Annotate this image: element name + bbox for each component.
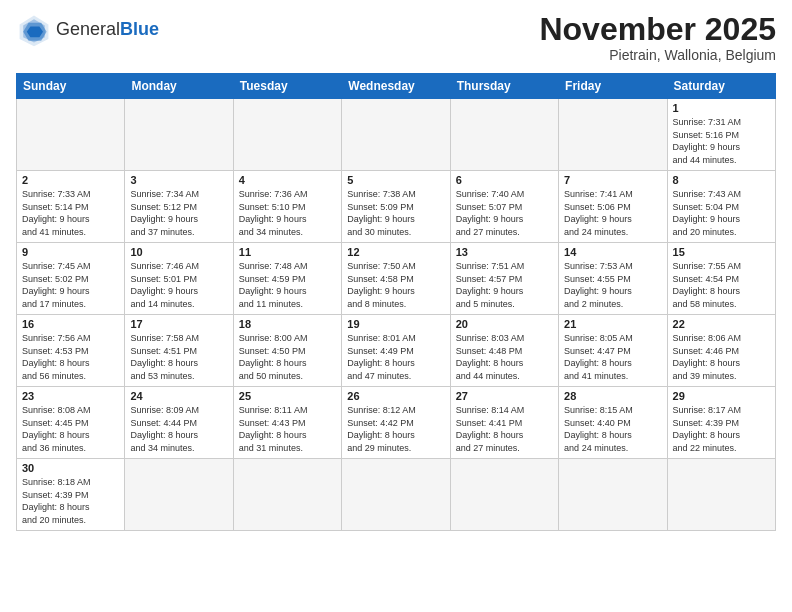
day-12: 12 Sunrise: 7:50 AMSunset: 4:58 PMDaylig… — [342, 243, 450, 315]
day-13: 13 Sunrise: 7:51 AMSunset: 4:57 PMDaylig… — [450, 243, 558, 315]
day-10: 10 Sunrise: 7:46 AMSunset: 5:01 PMDaylig… — [125, 243, 233, 315]
day-num-17: 17 — [130, 318, 227, 330]
day-info-4: Sunrise: 7:36 AMSunset: 5:10 PMDaylight:… — [239, 189, 308, 237]
header-friday: Friday — [559, 74, 667, 99]
day-info-3: Sunrise: 7:34 AMSunset: 5:12 PMDaylight:… — [130, 189, 199, 237]
week-row-1: 1 Sunrise: 7:31 AMSunset: 5:16 PMDayligh… — [17, 99, 776, 171]
day-num-13: 13 — [456, 246, 553, 258]
day-info-17: Sunrise: 7:58 AMSunset: 4:51 PMDaylight:… — [130, 333, 199, 381]
day-7: 7 Sunrise: 7:41 AMSunset: 5:06 PMDayligh… — [559, 171, 667, 243]
day-info-28: Sunrise: 8:15 AMSunset: 4:40 PMDaylight:… — [564, 405, 633, 453]
day-info-14: Sunrise: 7:53 AMSunset: 4:55 PMDaylight:… — [564, 261, 633, 309]
day-18: 18 Sunrise: 8:00 AMSunset: 4:50 PMDaylig… — [233, 315, 341, 387]
week-row-2: 2 Sunrise: 7:33 AMSunset: 5:14 PMDayligh… — [17, 171, 776, 243]
day-num-1: 1 — [673, 102, 770, 114]
empty-cell — [233, 99, 341, 171]
day-info-27: Sunrise: 8:14 AMSunset: 4:41 PMDaylight:… — [456, 405, 525, 453]
day-info-9: Sunrise: 7:45 AMSunset: 5:02 PMDaylight:… — [22, 261, 91, 309]
day-30: 30 Sunrise: 8:18 AMSunset: 4:39 PMDaylig… — [17, 459, 125, 530]
day-num-3: 3 — [130, 174, 227, 186]
header-thursday: Thursday — [450, 74, 558, 99]
day-num-24: 24 — [130, 390, 227, 402]
day-11: 11 Sunrise: 7:48 AMSunset: 4:59 PMDaylig… — [233, 243, 341, 315]
day-26: 26 Sunrise: 8:12 AMSunset: 4:42 PMDaylig… — [342, 387, 450, 459]
calendar: Sunday Monday Tuesday Wednesday Thursday… — [16, 73, 776, 530]
day-info-30: Sunrise: 8:18 AMSunset: 4:39 PMDaylight:… — [22, 477, 91, 525]
day-25: 25 Sunrise: 8:11 AMSunset: 4:43 PMDaylig… — [233, 387, 341, 459]
day-6: 6 Sunrise: 7:40 AMSunset: 5:07 PMDayligh… — [450, 171, 558, 243]
logo-blue: Blue — [120, 19, 159, 39]
day-info-7: Sunrise: 7:41 AMSunset: 5:06 PMDaylight:… — [564, 189, 633, 237]
day-info-15: Sunrise: 7:55 AMSunset: 4:54 PMDaylight:… — [673, 261, 742, 309]
weekday-header-row: Sunday Monday Tuesday Wednesday Thursday… — [17, 74, 776, 99]
day-14: 14 Sunrise: 7:53 AMSunset: 4:55 PMDaylig… — [559, 243, 667, 315]
week-row-5: 23 Sunrise: 8:08 AMSunset: 4:45 PMDaylig… — [17, 387, 776, 459]
day-num-4: 4 — [239, 174, 336, 186]
day-info-23: Sunrise: 8:08 AMSunset: 4:45 PMDaylight:… — [22, 405, 91, 453]
day-info-16: Sunrise: 7:56 AMSunset: 4:53 PMDaylight:… — [22, 333, 91, 381]
day-16: 16 Sunrise: 7:56 AMSunset: 4:53 PMDaylig… — [17, 315, 125, 387]
day-num-30: 30 — [22, 462, 119, 474]
day-num-28: 28 — [564, 390, 661, 402]
day-5: 5 Sunrise: 7:38 AMSunset: 5:09 PMDayligh… — [342, 171, 450, 243]
day-info-20: Sunrise: 8:03 AMSunset: 4:48 PMDaylight:… — [456, 333, 525, 381]
empty-cell — [450, 99, 558, 171]
day-num-19: 19 — [347, 318, 444, 330]
day-num-16: 16 — [22, 318, 119, 330]
day-9: 9 Sunrise: 7:45 AMSunset: 5:02 PMDayligh… — [17, 243, 125, 315]
day-info-13: Sunrise: 7:51 AMSunset: 4:57 PMDaylight:… — [456, 261, 525, 309]
month-title: November 2025 — [539, 12, 776, 47]
day-23: 23 Sunrise: 8:08 AMSunset: 4:45 PMDaylig… — [17, 387, 125, 459]
day-22: 22 Sunrise: 8:06 AMSunset: 4:46 PMDaylig… — [667, 315, 775, 387]
day-info-22: Sunrise: 8:06 AMSunset: 4:46 PMDaylight:… — [673, 333, 742, 381]
day-info-6: Sunrise: 7:40 AMSunset: 5:07 PMDaylight:… — [456, 189, 525, 237]
day-8: 8 Sunrise: 7:43 AMSunset: 5:04 PMDayligh… — [667, 171, 775, 243]
empty-cell — [559, 459, 667, 530]
empty-cell — [17, 99, 125, 171]
logo-text: GeneralBlue — [56, 20, 159, 40]
day-num-6: 6 — [456, 174, 553, 186]
day-info-24: Sunrise: 8:09 AMSunset: 4:44 PMDaylight:… — [130, 405, 199, 453]
day-info-21: Sunrise: 8:05 AMSunset: 4:47 PMDaylight:… — [564, 333, 633, 381]
header: GeneralBlue November 2025 Pietrain, Wall… — [16, 12, 776, 63]
day-num-2: 2 — [22, 174, 119, 186]
week-row-6: 30 Sunrise: 8:18 AMSunset: 4:39 PMDaylig… — [17, 459, 776, 530]
day-num-18: 18 — [239, 318, 336, 330]
day-num-9: 9 — [22, 246, 119, 258]
day-num-8: 8 — [673, 174, 770, 186]
day-num-12: 12 — [347, 246, 444, 258]
logo-general: General — [56, 19, 120, 39]
empty-cell — [125, 459, 233, 530]
empty-cell — [233, 459, 341, 530]
subtitle: Pietrain, Wallonia, Belgium — [539, 47, 776, 63]
page: GeneralBlue November 2025 Pietrain, Wall… — [0, 0, 792, 612]
day-4: 4 Sunrise: 7:36 AMSunset: 5:10 PMDayligh… — [233, 171, 341, 243]
day-info-25: Sunrise: 8:11 AMSunset: 4:43 PMDaylight:… — [239, 405, 308, 453]
day-info-26: Sunrise: 8:12 AMSunset: 4:42 PMDaylight:… — [347, 405, 416, 453]
day-info-8: Sunrise: 7:43 AMSunset: 5:04 PMDaylight:… — [673, 189, 742, 237]
day-num-23: 23 — [22, 390, 119, 402]
day-num-20: 20 — [456, 318, 553, 330]
logo-icon — [16, 12, 52, 48]
week-row-4: 16 Sunrise: 7:56 AMSunset: 4:53 PMDaylig… — [17, 315, 776, 387]
empty-cell — [450, 459, 558, 530]
week-row-3: 9 Sunrise: 7:45 AMSunset: 5:02 PMDayligh… — [17, 243, 776, 315]
day-info-2: Sunrise: 7:33 AMSunset: 5:14 PMDaylight:… — [22, 189, 91, 237]
day-num-10: 10 — [130, 246, 227, 258]
day-17: 17 Sunrise: 7:58 AMSunset: 4:51 PMDaylig… — [125, 315, 233, 387]
header-wednesday: Wednesday — [342, 74, 450, 99]
day-num-7: 7 — [564, 174, 661, 186]
empty-cell — [667, 459, 775, 530]
day-num-14: 14 — [564, 246, 661, 258]
header-saturday: Saturday — [667, 74, 775, 99]
day-19: 19 Sunrise: 8:01 AMSunset: 4:49 PMDaylig… — [342, 315, 450, 387]
day-num-27: 27 — [456, 390, 553, 402]
day-info-29: Sunrise: 8:17 AMSunset: 4:39 PMDaylight:… — [673, 405, 742, 453]
day-info-11: Sunrise: 7:48 AMSunset: 4:59 PMDaylight:… — [239, 261, 308, 309]
day-num-5: 5 — [347, 174, 444, 186]
empty-cell — [342, 459, 450, 530]
title-block: November 2025 Pietrain, Wallonia, Belgiu… — [539, 12, 776, 63]
empty-cell — [125, 99, 233, 171]
day-15: 15 Sunrise: 7:55 AMSunset: 4:54 PMDaylig… — [667, 243, 775, 315]
logo: GeneralBlue — [16, 12, 159, 48]
